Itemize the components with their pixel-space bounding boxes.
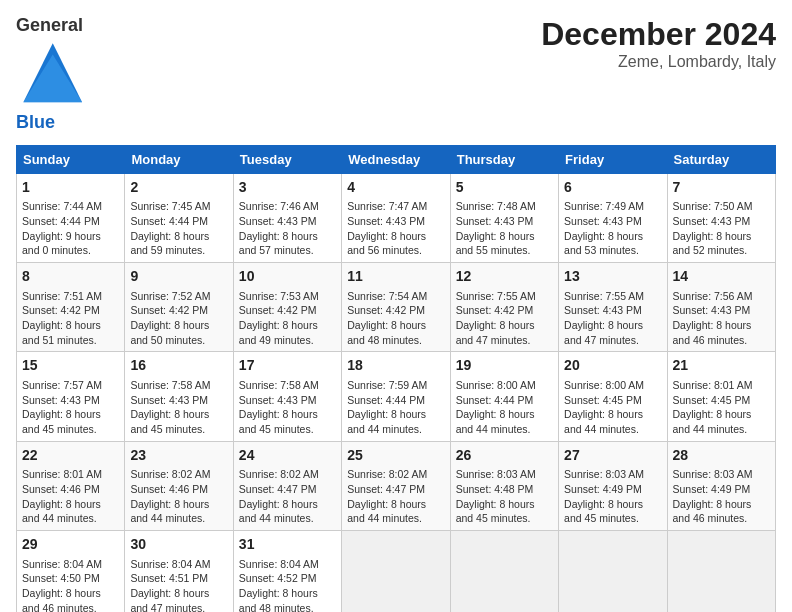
day-info: Sunrise: 7:45 AM Sunset: 4:44 PM Dayligh… — [130, 199, 227, 258]
logo-general-text: General — [16, 15, 83, 35]
day-info: Sunrise: 7:55 AM Sunset: 4:43 PM Dayligh… — [564, 289, 661, 348]
day-info: Sunrise: 7:50 AM Sunset: 4:43 PM Dayligh… — [673, 199, 770, 258]
day-info: Sunrise: 8:00 AM Sunset: 4:45 PM Dayligh… — [564, 378, 661, 437]
day-number: 7 — [673, 178, 770, 198]
calendar-day-cell: 27Sunrise: 8:03 AM Sunset: 4:49 PM Dayli… — [559, 441, 667, 530]
day-number: 5 — [456, 178, 553, 198]
day-number: 29 — [22, 535, 119, 555]
day-number: 9 — [130, 267, 227, 287]
day-number: 31 — [239, 535, 336, 555]
day-number: 26 — [456, 446, 553, 466]
day-number: 3 — [239, 178, 336, 198]
calendar-day-cell: 7Sunrise: 7:50 AM Sunset: 4:43 PM Daylig… — [667, 173, 775, 262]
day-number: 24 — [239, 446, 336, 466]
calendar-day-cell: 20Sunrise: 8:00 AM Sunset: 4:45 PM Dayli… — [559, 352, 667, 441]
weekday-header-thursday: Thursday — [450, 145, 558, 173]
day-number: 12 — [456, 267, 553, 287]
day-info: Sunrise: 8:04 AM Sunset: 4:52 PM Dayligh… — [239, 557, 336, 612]
day-info: Sunrise: 8:03 AM Sunset: 4:49 PM Dayligh… — [673, 467, 770, 526]
calendar-day-cell: 23Sunrise: 8:02 AM Sunset: 4:46 PM Dayli… — [125, 441, 233, 530]
calendar-week-row: 1Sunrise: 7:44 AM Sunset: 4:44 PM Daylig… — [17, 173, 776, 262]
day-info: Sunrise: 7:46 AM Sunset: 4:43 PM Dayligh… — [239, 199, 336, 258]
day-info: Sunrise: 7:58 AM Sunset: 4:43 PM Dayligh… — [239, 378, 336, 437]
day-number: 11 — [347, 267, 444, 287]
day-number: 2 — [130, 178, 227, 198]
day-number: 25 — [347, 446, 444, 466]
calendar-day-cell: 8Sunrise: 7:51 AM Sunset: 4:42 PM Daylig… — [17, 263, 125, 352]
day-number: 28 — [673, 446, 770, 466]
day-number: 22 — [22, 446, 119, 466]
calendar-week-row: 29Sunrise: 8:04 AM Sunset: 4:50 PM Dayli… — [17, 531, 776, 612]
weekday-header-wednesday: Wednesday — [342, 145, 450, 173]
svg-marker-1 — [23, 54, 82, 102]
day-info: Sunrise: 8:01 AM Sunset: 4:46 PM Dayligh… — [22, 467, 119, 526]
calendar-day-cell: 17Sunrise: 7:58 AM Sunset: 4:43 PM Dayli… — [233, 352, 341, 441]
day-number: 21 — [673, 356, 770, 376]
day-info: Sunrise: 7:57 AM Sunset: 4:43 PM Dayligh… — [22, 378, 119, 437]
calendar-day-cell: 3Sunrise: 7:46 AM Sunset: 4:43 PM Daylig… — [233, 173, 341, 262]
calendar-day-cell: 16Sunrise: 7:58 AM Sunset: 4:43 PM Dayli… — [125, 352, 233, 441]
calendar-day-cell: 30Sunrise: 8:04 AM Sunset: 4:51 PM Dayli… — [125, 531, 233, 612]
day-number: 23 — [130, 446, 227, 466]
calendar-day-cell: 11Sunrise: 7:54 AM Sunset: 4:42 PM Dayli… — [342, 263, 450, 352]
weekday-header-friday: Friday — [559, 145, 667, 173]
logo-icon — [16, 95, 90, 112]
calendar-day-cell: 18Sunrise: 7:59 AM Sunset: 4:44 PM Dayli… — [342, 352, 450, 441]
month-title: December 2024 — [541, 16, 776, 53]
logo: General Blue — [16, 16, 90, 133]
day-number: 27 — [564, 446, 661, 466]
day-number: 1 — [22, 178, 119, 198]
day-info: Sunrise: 8:03 AM Sunset: 4:48 PM Dayligh… — [456, 467, 553, 526]
day-info: Sunrise: 8:03 AM Sunset: 4:49 PM Dayligh… — [564, 467, 661, 526]
day-info: Sunrise: 7:48 AM Sunset: 4:43 PM Dayligh… — [456, 199, 553, 258]
day-info: Sunrise: 7:52 AM Sunset: 4:42 PM Dayligh… — [130, 289, 227, 348]
day-info: Sunrise: 7:49 AM Sunset: 4:43 PM Dayligh… — [564, 199, 661, 258]
calendar-week-row: 22Sunrise: 8:01 AM Sunset: 4:46 PM Dayli… — [17, 441, 776, 530]
location-subtitle: Zeme, Lombardy, Italy — [541, 53, 776, 71]
calendar-week-row: 8Sunrise: 7:51 AM Sunset: 4:42 PM Daylig… — [17, 263, 776, 352]
day-info: Sunrise: 7:56 AM Sunset: 4:43 PM Dayligh… — [673, 289, 770, 348]
day-info: Sunrise: 7:51 AM Sunset: 4:42 PM Dayligh… — [22, 289, 119, 348]
calendar-day-cell: 31Sunrise: 8:04 AM Sunset: 4:52 PM Dayli… — [233, 531, 341, 612]
calendar-week-row: 15Sunrise: 7:57 AM Sunset: 4:43 PM Dayli… — [17, 352, 776, 441]
day-number: 14 — [673, 267, 770, 287]
calendar-day-cell: 26Sunrise: 8:03 AM Sunset: 4:48 PM Dayli… — [450, 441, 558, 530]
weekday-header-monday: Monday — [125, 145, 233, 173]
day-info: Sunrise: 7:53 AM Sunset: 4:42 PM Dayligh… — [239, 289, 336, 348]
day-info: Sunrise: 8:01 AM Sunset: 4:45 PM Dayligh… — [673, 378, 770, 437]
calendar-day-cell: 14Sunrise: 7:56 AM Sunset: 4:43 PM Dayli… — [667, 263, 775, 352]
weekday-header-row: SundayMondayTuesdayWednesdayThursdayFrid… — [17, 145, 776, 173]
title-block: December 2024 Zeme, Lombardy, Italy — [541, 16, 776, 71]
calendar-day-cell: 10Sunrise: 7:53 AM Sunset: 4:42 PM Dayli… — [233, 263, 341, 352]
day-info: Sunrise: 7:54 AM Sunset: 4:42 PM Dayligh… — [347, 289, 444, 348]
calendar-day-cell: 21Sunrise: 8:01 AM Sunset: 4:45 PM Dayli… — [667, 352, 775, 441]
calendar-day-cell — [342, 531, 450, 612]
day-info: Sunrise: 8:04 AM Sunset: 4:51 PM Dayligh… — [130, 557, 227, 612]
day-number: 18 — [347, 356, 444, 376]
day-number: 10 — [239, 267, 336, 287]
day-info: Sunrise: 8:04 AM Sunset: 4:50 PM Dayligh… — [22, 557, 119, 612]
calendar-day-cell — [450, 531, 558, 612]
day-info: Sunrise: 8:02 AM Sunset: 4:47 PM Dayligh… — [239, 467, 336, 526]
day-info: Sunrise: 7:58 AM Sunset: 4:43 PM Dayligh… — [130, 378, 227, 437]
calendar-day-cell: 22Sunrise: 8:01 AM Sunset: 4:46 PM Dayli… — [17, 441, 125, 530]
day-info: Sunrise: 8:02 AM Sunset: 4:46 PM Dayligh… — [130, 467, 227, 526]
day-info: Sunrise: 7:59 AM Sunset: 4:44 PM Dayligh… — [347, 378, 444, 437]
day-number: 4 — [347, 178, 444, 198]
day-number: 13 — [564, 267, 661, 287]
day-number: 20 — [564, 356, 661, 376]
day-number: 30 — [130, 535, 227, 555]
weekday-header-tuesday: Tuesday — [233, 145, 341, 173]
calendar-day-cell: 9Sunrise: 7:52 AM Sunset: 4:42 PM Daylig… — [125, 263, 233, 352]
calendar-day-cell: 1Sunrise: 7:44 AM Sunset: 4:44 PM Daylig… — [17, 173, 125, 262]
day-number: 19 — [456, 356, 553, 376]
calendar-day-cell: 6Sunrise: 7:49 AM Sunset: 4:43 PM Daylig… — [559, 173, 667, 262]
day-info: Sunrise: 7:55 AM Sunset: 4:42 PM Dayligh… — [456, 289, 553, 348]
day-info: Sunrise: 8:00 AM Sunset: 4:44 PM Dayligh… — [456, 378, 553, 437]
calendar-day-cell — [667, 531, 775, 612]
calendar-day-cell — [559, 531, 667, 612]
day-number: 6 — [564, 178, 661, 198]
calendar-day-cell: 29Sunrise: 8:04 AM Sunset: 4:50 PM Dayli… — [17, 531, 125, 612]
calendar-day-cell: 12Sunrise: 7:55 AM Sunset: 4:42 PM Dayli… — [450, 263, 558, 352]
day-number: 15 — [22, 356, 119, 376]
